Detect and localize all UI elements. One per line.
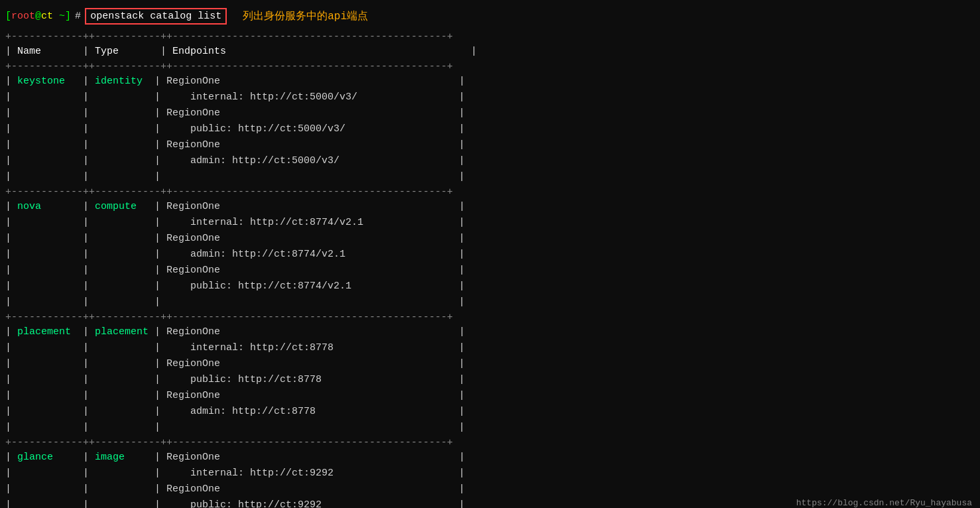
row-keystone-main: | keystone | identity | RegionOne | <box>5 74 975 90</box>
row-nova-main: | nova | compute | RegionOne | <box>5 199 975 215</box>
row-placement-ep4: | | | RegionOne | <box>5 388 975 404</box>
table-row: | placement | placement | RegionOne | | … <box>5 324 975 436</box>
entry-placement-name: placement <box>17 326 71 338</box>
row-separator-2: +------------++-----------++------------… <box>5 310 975 324</box>
row-placement-spacer: | | | | <box>5 420 975 436</box>
row-nova-ep5: | | | public: http://ct:8774/v2.1 | <box>5 279 975 294</box>
row-keystone-spacer: | | | | <box>5 169 975 185</box>
catalog-table: +------------++-----------++------------… <box>0 30 980 508</box>
prompt-dir: ~ <box>53 11 65 22</box>
row-keystone-ep1: | | | internal: http://ct:5000/v3/ | <box>5 90 975 105</box>
table-row: | nova | compute | RegionOne | | | | int… <box>5 199 975 310</box>
row-keystone-ep4: | | | RegionOne | <box>5 137 975 153</box>
entry-placement-type: placement <box>95 326 149 338</box>
col-endpoints-header: Endpoints <box>172 46 226 57</box>
row-placement-ep2: | | | RegionOne | <box>5 356 975 372</box>
entry-keystone-name: keystone <box>17 76 65 87</box>
row-placement-main: | placement | placement | RegionOne | <box>5 324 975 340</box>
row-nova-ep3: | | | admin: http://ct:8774/v2.1 | <box>5 247 975 263</box>
prompt-open-bracket: [ <box>5 11 11 22</box>
row-nova-spacer: | | | | <box>5 294 975 310</box>
prompt-host: ct <box>41 11 53 22</box>
row-keystone-ep5: | | | admin: http://ct:5000/v3/ | <box>5 153 975 169</box>
prompt-comment: 列出身份服务中的api端点 <box>243 9 368 23</box>
col-name-header: Name <box>17 46 77 57</box>
row-nova-ep1: | | | internal: http://ct:8774/v2.1 | <box>5 215 975 231</box>
row-placement-ep5: | | | admin: http://ct:8778 | <box>5 404 975 420</box>
row-nova-ep2: | | | RegionOne | <box>5 231 975 247</box>
row-glance-main: | glance | image | RegionOne | <box>5 450 975 466</box>
prompt-hash: # <box>75 11 81 22</box>
row-keystone-ep3: | | | public: http://ct:5000/v3/ | <box>5 121 975 137</box>
entry-glance-name: glance <box>17 452 53 463</box>
row-placement-ep3: | | | public: http://ct:8778 | <box>5 372 975 388</box>
row-placement-ep1: | | | internal: http://ct:8778 | <box>5 340 975 356</box>
row-keystone-ep2: | | | RegionOne | <box>5 105 975 121</box>
prompt-close-bracket: ] <box>65 11 71 22</box>
row-nova-ep4: | | | RegionOne | <box>5 263 975 279</box>
entry-glance-type: image <box>95 452 125 463</box>
prompt-at: @ <box>35 11 41 22</box>
terminal: [ root @ ct ~ ] # openstack catalog list… <box>0 0 980 508</box>
watermark: https://blog.csdn.net/Ryu_hayabusa <box>796 498 972 508</box>
row-separator-1: +------------++-----------++------------… <box>5 185 975 199</box>
row-glance-ep1: | | | internal: http://ct:9292 | <box>5 466 975 481</box>
col-type-header: Type <box>95 46 149 57</box>
header-bottom-separator: +------------++-----------++------------… <box>5 60 975 74</box>
prompt-user: root <box>11 11 35 22</box>
table-row: | keystone | identity | RegionOne | | | … <box>5 74 975 185</box>
entry-nova-name: nova <box>17 201 41 212</box>
command-text: openstack catalog list <box>85 8 227 25</box>
row-separator-3: +------------++-----------++------------… <box>5 436 975 450</box>
header-top-separator: +------------++-----------++------------… <box>5 30 975 44</box>
entry-keystone-type: identity <box>95 76 143 87</box>
row-glance-ep2: | | | RegionOne | <box>5 481 975 497</box>
entry-nova-type: compute <box>95 201 137 212</box>
prompt-line: [ root @ ct ~ ] # openstack catalog list… <box>0 5 980 27</box>
table-header: | Name | Type | Endpoints | <box>5 44 975 60</box>
